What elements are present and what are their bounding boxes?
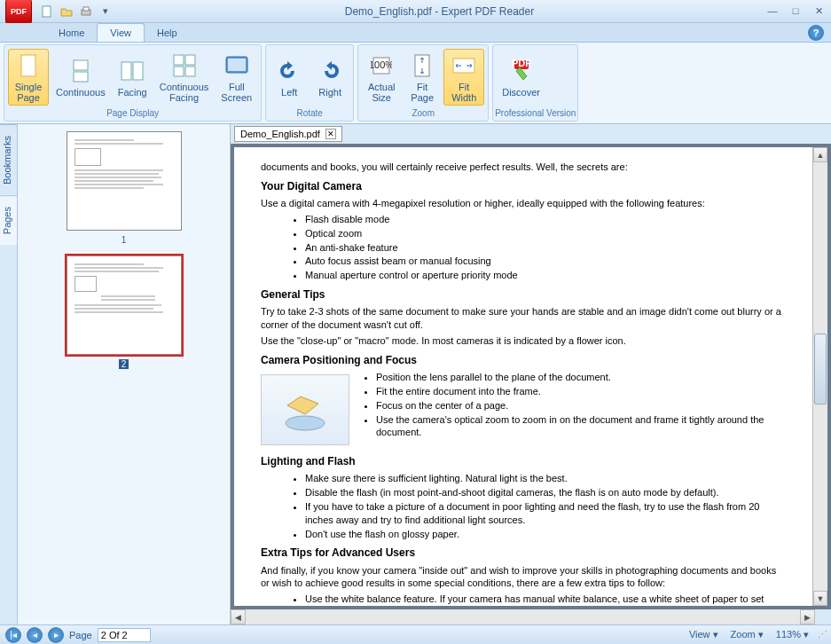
fit-page-button[interactable]: Fit Page [403, 49, 442, 106]
tab-home[interactable]: Home [46, 24, 97, 42]
heading-positioning: Camera Positioning and Focus [261, 353, 786, 367]
scroll-left-icon[interactable]: ◀ [231, 609, 246, 624]
page-input[interactable] [98, 628, 151, 642]
scroll-down-icon[interactable]: ▼ [813, 591, 827, 606]
thumbnail-1-label: 1 [122, 235, 127, 245]
maximize-button[interactable]: □ [788, 5, 803, 17]
page-content[interactable]: documents and books, you will certainly … [234, 147, 812, 606]
thumbnails-panel: 1 2 [18, 124, 231, 624]
fit-width-label: Fit Width [451, 82, 476, 103]
tab-view[interactable]: View [97, 23, 145, 42]
list-item: Optical zoom [305, 227, 786, 240]
svg-point-20 [286, 416, 325, 430]
thumbnail-2[interactable]: 2 [25, 255, 223, 369]
actual-size-button[interactable]: 100%Actual Size [362, 49, 401, 106]
heading-lighting: Lighting and Flash [261, 454, 786, 468]
viewer: documents and books, you will certainly … [231, 144, 831, 609]
side-tabs: Bookmarks Pages [0, 124, 18, 624]
app-icon[interactable]: PDF [5, 0, 32, 25]
qat-dropdown-icon[interactable]: ▾ [98, 4, 114, 20]
fit-width-button[interactable]: Fit Width [443, 49, 484, 106]
list-item: Disable the flash (in most point-and-sho… [305, 486, 786, 499]
resize-grip-icon[interactable]: ⋰ [818, 629, 826, 640]
actual-size-label: Actual Size [368, 82, 396, 103]
list-item: Make sure there is sufficient lighting. … [305, 472, 786, 485]
continuous-facing-label: Continuous Facing [160, 82, 209, 103]
svg-rect-11 [185, 67, 195, 76]
svg-rect-8 [174, 55, 184, 65]
full-screen-label: Full Screen [221, 82, 252, 103]
svg-rect-13 [228, 59, 246, 71]
continuous-button[interactable]: Continuous [51, 49, 111, 106]
heading-camera: Your Digital Camera [261, 179, 786, 193]
scroll-up-icon[interactable]: ▲ [813, 147, 827, 162]
first-page-button[interactable]: |◂ [5, 627, 21, 643]
ribbon: Single Page Continuous Facing Continuous… [0, 43, 831, 124]
svg-rect-2 [83, 7, 89, 11]
workspace: Bookmarks Pages 1 2 Demo_English.pdf ✕ d… [0, 124, 831, 624]
main-area: Demo_English.pdf ✕ documents and books, … [231, 124, 831, 624]
rotate-left-button[interactable]: Left [270, 49, 309, 106]
statusbar: |◂ ◂ ▸ Page View ▾ Zoom ▾ 113% ▾ ⋰ [0, 624, 831, 644]
rotate-right-button[interactable]: Right [310, 49, 349, 106]
full-screen-button[interactable]: Full Screen [216, 49, 257, 106]
open-icon[interactable] [59, 4, 74, 20]
list-lighting: Make sure there is sufficient lighting. … [305, 472, 786, 540]
svg-rect-10 [174, 67, 184, 76]
list-item: Use the white balance feature. If your c… [305, 593, 786, 606]
list-item: Manual aperture control or aperture prio… [305, 269, 786, 282]
thumbnail-1[interactable]: 1 [25, 131, 223, 245]
p1: Use a digital camera with 4-megapixel re… [261, 197, 786, 210]
minimize-button[interactable]: — [765, 5, 780, 17]
svg-rect-5 [74, 72, 88, 82]
facing-button[interactable]: Facing [113, 49, 153, 106]
help-icon[interactable]: ? [808, 25, 824, 41]
svg-rect-6 [122, 62, 131, 80]
continuous-facing-button[interactable]: Continuous Facing [154, 49, 215, 106]
next-page-button[interactable]: ▸ [48, 627, 64, 643]
p2: Try to take 2-3 shots of the same docume… [261, 305, 786, 332]
rotate-right-label: Right [318, 87, 341, 98]
svg-rect-9 [185, 55, 195, 65]
close-tab-icon[interactable]: ✕ [325, 129, 336, 139]
list-item: Position the lens parallel to the plane … [376, 371, 786, 384]
list-item: If you have to take a picture of a docum… [305, 500, 786, 527]
status-zoom-pct[interactable]: 113% ▾ [772, 629, 812, 640]
svg-text:100%: 100% [371, 59, 392, 70]
print-icon[interactable] [78, 4, 94, 20]
svg-rect-0 [43, 6, 51, 17]
tab-help[interactable]: Help [145, 24, 190, 42]
status-zoom[interactable]: Zoom ▾ [727, 629, 767, 640]
vertical-scrollbar[interactable]: ▲ ▼ [812, 147, 827, 606]
close-button[interactable]: ✕ [811, 5, 826, 17]
horizontal-scrollbar[interactable]: ◀ ▶ [231, 609, 815, 624]
document-tabs: Demo_English.pdf ✕ [231, 124, 831, 144]
group-rotate: Left Right Rotate [265, 44, 354, 122]
group-rotate-label: Rotate [268, 107, 351, 119]
window-title: Demo_English.pdf - Expert PDF Reader [114, 5, 765, 18]
svg-rect-7 [133, 62, 143, 80]
quick-access-toolbar: ▾ [39, 4, 114, 20]
heading-advanced: Extra Tips for Advanced Users [261, 546, 786, 560]
list-camera: Flash disable modeOptical zoomAn anti-sh… [305, 213, 786, 282]
sidetab-pages[interactable]: Pages [0, 195, 17, 245]
heading-general: General Tips [261, 287, 786, 302]
prev-page-button[interactable]: ◂ [27, 627, 43, 643]
page-label: Page [69, 630, 92, 640]
scroll-thumb[interactable] [814, 334, 827, 404]
hscroll-track[interactable] [246, 609, 800, 624]
single-page-button[interactable]: Single Page [8, 49, 49, 106]
document-tab-label: Demo_English.pdf [240, 129, 320, 139]
list-item: Flash disable mode [305, 213, 786, 226]
scroll-track[interactable] [813, 162, 827, 591]
facing-label: Facing [118, 87, 147, 98]
discover-button[interactable]: PDFDiscover [497, 49, 545, 106]
discover-label: Discover [502, 87, 540, 98]
new-icon[interactable] [39, 4, 55, 20]
scroll-right-icon[interactable]: ▶ [800, 609, 815, 624]
sidetab-bookmarks[interactable]: Bookmarks [0, 124, 17, 195]
document-tab[interactable]: Demo_English.pdf ✕ [234, 126, 342, 142]
group-professional-label: Professional Version [495, 107, 576, 119]
status-view[interactable]: View ▾ [686, 629, 722, 640]
list-item: Focus on the center of a page. [376, 399, 786, 412]
